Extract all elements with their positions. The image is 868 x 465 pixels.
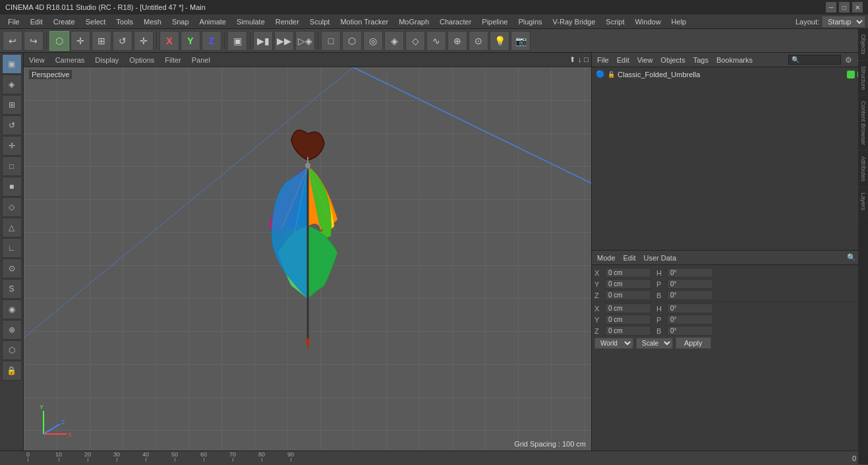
om-search-input[interactable] (788, 55, 841, 65)
coord-p-input[interactable] (667, 279, 713, 289)
menu-window[interactable]: Window (629, 16, 666, 27)
undo-button[interactable]: ↩ (3, 31, 22, 51)
view-cube-button[interactable]: □ (321, 31, 341, 51)
render-region-button[interactable]: ▣ (227, 31, 247, 51)
menu-mograph[interactable]: MoGraph (393, 16, 434, 27)
om-menu-tags[interactable]: Tags (691, 56, 711, 64)
vp-tab-display[interactable]: Display (92, 55, 121, 65)
coord-b2-input[interactable] (667, 326, 713, 336)
menu-script[interactable]: Script (600, 16, 629, 27)
om-settings-icon[interactable]: ⚙ (844, 55, 854, 65)
move-tool-button[interactable]: ✛ (71, 31, 90, 51)
coord-h-input[interactable] (667, 268, 713, 278)
tab-objects[interactable]: Objects (858, 29, 868, 61)
vp-tab-panel[interactable]: Panel (189, 55, 213, 65)
tab-structure[interactable]: Structure (858, 61, 868, 96)
obj-btn-6[interactable]: ⊕ (448, 31, 467, 51)
render-to-po-button[interactable]: ▷◈ (295, 31, 315, 51)
menu-pipeline[interactable]: Pipeline (477, 16, 513, 27)
vp-tab-options[interactable]: Options (127, 55, 157, 65)
om-visibility-dot[interactable] (847, 71, 855, 78)
menu-motion-tracker[interactable]: Motion Tracker (335, 16, 393, 27)
coord-y2-input[interactable] (605, 315, 651, 325)
vp-tab-view[interactable]: View (26, 55, 47, 65)
tool-hex[interactable]: ⬡ (2, 340, 22, 360)
tab-attributes[interactable]: Attributes (858, 151, 868, 187)
world-select[interactable]: World Object (594, 338, 633, 349)
close-button[interactable]: ✕ (852, 2, 863, 13)
vp-tab-filter[interactable]: Filter (162, 55, 183, 65)
tool-bp[interactable]: ↺ (2, 115, 22, 135)
menu-simulate[interactable]: Simulate (231, 16, 270, 27)
camera-btn[interactable]: 📷 (511, 31, 531, 51)
tool-add[interactable]: ⊕ (2, 320, 22, 340)
obj-btn-7[interactable]: ⊙ (469, 31, 488, 51)
tool-solid[interactable]: ■ (2, 177, 22, 197)
scale-select[interactable]: Scale (636, 338, 673, 349)
select-tool-button[interactable]: ⬡ (49, 31, 69, 51)
menu-tools[interactable]: Tools (111, 16, 138, 27)
tab-layers[interactable]: Layers (858, 187, 868, 216)
om-menu-objects[interactable]: Objects (658, 56, 687, 64)
tab-content-browser[interactable]: Content Browser (858, 96, 868, 151)
tool-poly[interactable]: ◇ (2, 197, 22, 217)
obj-btn-5[interactable]: ∿ (426, 31, 446, 51)
vp-tab-cameras[interactable]: Cameras (53, 55, 88, 65)
menu-character[interactable]: Character (434, 16, 477, 27)
menu-vray[interactable]: V-Ray Bridge (548, 16, 601, 27)
redo-button[interactable]: ↪ (24, 31, 43, 51)
coord-z2-input[interactable] (605, 326, 651, 336)
menu-select[interactable]: Select (80, 16, 111, 27)
coord-z-pos-input[interactable] (605, 290, 651, 300)
coord-x2-input[interactable] (605, 303, 651, 313)
attr-menu-userdata[interactable]: User Data (641, 254, 680, 262)
axis-x-button[interactable]: X (159, 31, 179, 51)
om-menu-edit[interactable]: Edit (614, 56, 632, 64)
tool-circle[interactable]: ◉ (2, 299, 22, 319)
menu-sculpt[interactable]: Sculpt (304, 16, 335, 27)
tool-s[interactable]: S (2, 279, 22, 299)
menu-file[interactable]: File (3, 16, 25, 27)
maximize-button[interactable]: □ (839, 2, 850, 13)
om-object-row[interactable]: 🔵 🔓 Classic_Folded_Umbrella (593, 69, 867, 80)
render-frame-button[interactable]: ▶▶ (274, 31, 294, 51)
viewport-maximize-icon[interactable]: ⬆ (569, 55, 575, 64)
obj-btn-4[interactable]: ◇ (405, 31, 425, 51)
transform-tool-button[interactable]: ✛ (134, 31, 154, 51)
viewport[interactable]: Perspective (24, 67, 591, 450)
menu-edit[interactable]: Edit (25, 16, 48, 27)
tool-model[interactable]: ▣ (2, 54, 22, 74)
coord-b-input[interactable] (667, 290, 713, 300)
layout-select[interactable]: Startup (822, 16, 865, 28)
coord-p2-input[interactable] (667, 315, 713, 325)
tool-spline[interactable]: △ (2, 218, 22, 237)
om-menu-file[interactable]: File (594, 56, 612, 64)
menu-help[interactable]: Help (666, 16, 692, 27)
om-menu-view[interactable]: View (635, 56, 656, 64)
axis-y-button[interactable]: Y (181, 31, 200, 51)
tool-move[interactable]: ✛ (2, 136, 22, 156)
obj-btn-3[interactable]: ◈ (384, 31, 404, 51)
tool-ruler[interactable]: ∟ (2, 238, 22, 258)
tool-uv[interactable]: ⊞ (2, 95, 22, 115)
tool-lock[interactable]: 🔒 (2, 361, 22, 381)
render-preview-button[interactable]: ▶▮ (253, 31, 273, 51)
menu-plugins[interactable]: Plugins (513, 16, 547, 27)
menu-snap[interactable]: Snap (167, 16, 194, 27)
tool-magnet[interactable]: ⊙ (2, 259, 22, 278)
menu-render[interactable]: Render (270, 16, 304, 27)
menu-create[interactable]: Create (48, 16, 80, 27)
coord-y-pos-input[interactable] (605, 279, 651, 289)
attr-search-icon[interactable]: 🔍 (847, 253, 856, 262)
viewport-split-icon[interactable]: ↓ (578, 55, 582, 64)
attr-menu-mode[interactable]: Mode (594, 254, 618, 262)
attr-menu-edit[interactable]: Edit (621, 254, 639, 262)
light-btn[interactable]: 💡 (490, 31, 509, 51)
obj-btn-2[interactable]: ◎ (363, 31, 383, 51)
obj-btn-1[interactable]: ⬡ (342, 31, 362, 51)
minimize-button[interactable]: ─ (826, 2, 836, 13)
rotate-tool-button[interactable]: ↺ (113, 31, 132, 51)
tool-texture[interactable]: ◈ (2, 75, 22, 94)
om-menu-bookmarks[interactable]: Bookmarks (714, 56, 755, 64)
axis-z-button[interactable]: Z (202, 31, 221, 51)
